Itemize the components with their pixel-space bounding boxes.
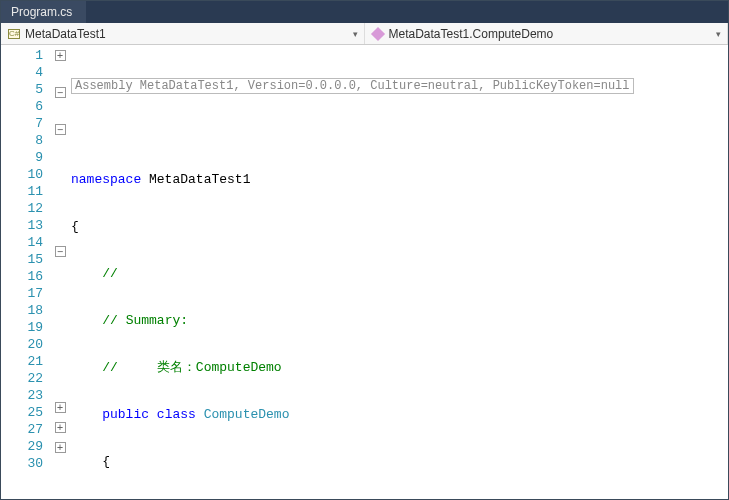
line-number: 13 xyxy=(1,217,43,234)
fold-toggle[interactable]: + xyxy=(55,50,66,61)
line-number: 15 xyxy=(1,251,43,268)
line-number: 12 xyxy=(1,200,43,217)
fold-gutter: + − − − + + + xyxy=(51,45,69,499)
fold-toggle[interactable]: + xyxy=(55,402,66,413)
line-number: 29 xyxy=(1,438,43,455)
fold-toggle[interactable]: − xyxy=(55,246,66,257)
fold-toggle[interactable]: + xyxy=(55,422,66,433)
fold-toggle[interactable]: − xyxy=(55,124,66,135)
code-line: { xyxy=(71,218,728,235)
line-number: 7 xyxy=(1,115,43,132)
line-number: 18 xyxy=(1,302,43,319)
method-icon xyxy=(371,27,385,41)
line-number: 11 xyxy=(1,183,43,200)
line-number: 5 xyxy=(1,81,43,98)
line-number: 16 xyxy=(1,268,43,285)
code-line: // 类名：ComputeDemo xyxy=(71,359,728,376)
line-number: 20 xyxy=(1,336,43,353)
chevron-down-icon: ▾ xyxy=(353,29,358,39)
fold-toggle[interactable]: − xyxy=(55,87,66,98)
nav-member-dropdown[interactable]: MetaDataTest1.ComputeDemo ▾ xyxy=(365,23,729,44)
line-number: 30 xyxy=(1,455,43,472)
line-number: 8 xyxy=(1,132,43,149)
code-area[interactable]: Assembly MetaDataTest1, Version=0.0.0.0,… xyxy=(69,45,728,499)
line-number: 10 xyxy=(1,166,43,183)
line-number: 21 xyxy=(1,353,43,370)
code-line: // xyxy=(71,265,728,282)
navigation-bar: C# MetaDataTest1 ▾ MetaDataTest1.Compute… xyxy=(1,23,728,45)
nav-scope-dropdown[interactable]: C# MetaDataTest1 ▾ xyxy=(1,23,365,44)
line-number: 1 xyxy=(1,47,43,64)
code-editor[interactable]: 1 4 5 6 7 8 9 10 11 12 13 14 15 16 17 18… xyxy=(1,45,728,499)
code-line xyxy=(71,124,728,141)
fold-toggle[interactable]: + xyxy=(55,442,66,453)
line-number: 14 xyxy=(1,234,43,251)
class-icon: C# xyxy=(7,27,21,41)
code-line: { xyxy=(71,453,728,470)
line-number: 27 xyxy=(1,421,43,438)
line-number: 22 xyxy=(1,370,43,387)
nav-member-text: MetaDataTest1.ComputeDemo xyxy=(389,27,554,41)
line-number: 17 xyxy=(1,285,43,302)
code-line: public class ComputeDemo xyxy=(71,406,728,423)
code-line: // Summary: xyxy=(71,312,728,329)
collapsed-region[interactable]: Assembly MetaDataTest1, Version=0.0.0.0,… xyxy=(71,78,634,94)
line-number: 19 xyxy=(1,319,43,336)
code-line: namespace MetaDataTest1 xyxy=(71,171,728,188)
nav-scope-text: MetaDataTest1 xyxy=(25,27,106,41)
line-number: 4 xyxy=(1,64,43,81)
file-tab-program[interactable]: Program.cs xyxy=(1,1,86,23)
tab-title: Program.cs xyxy=(11,5,72,19)
line-number: 25 xyxy=(1,404,43,421)
code-line: Assembly MetaDataTest1, Version=0.0.0.0,… xyxy=(71,77,728,94)
line-number: 9 xyxy=(1,149,43,166)
line-number-gutter: 1 4 5 6 7 8 9 10 11 12 13 14 15 16 17 18… xyxy=(1,45,51,499)
chevron-down-icon: ▾ xyxy=(716,29,721,39)
line-number: 23 xyxy=(1,387,43,404)
line-number: 6 xyxy=(1,98,43,115)
tab-bar: Program.cs xyxy=(1,1,728,23)
